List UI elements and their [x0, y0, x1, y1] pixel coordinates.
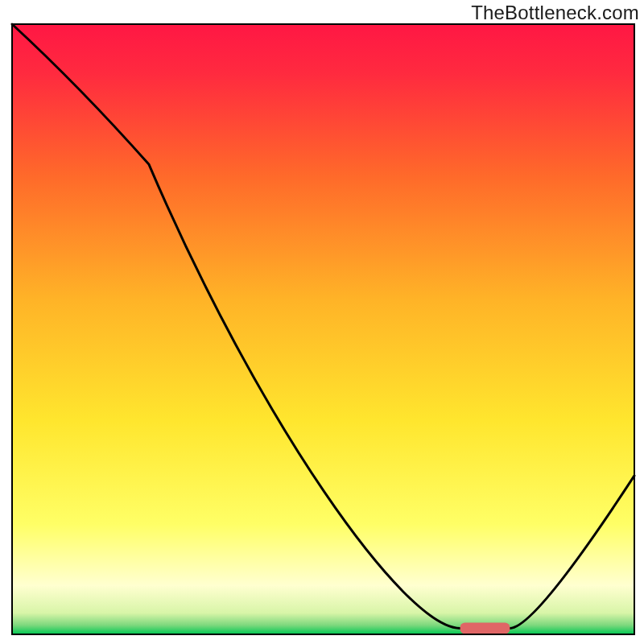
optimal-marker [460, 622, 510, 634]
watermark-text: TheBottleneck.com [471, 2, 639, 24]
chart-svg [0, 0, 644, 644]
bottleneck-chart: TheBottleneck.com [0, 0, 644, 644]
